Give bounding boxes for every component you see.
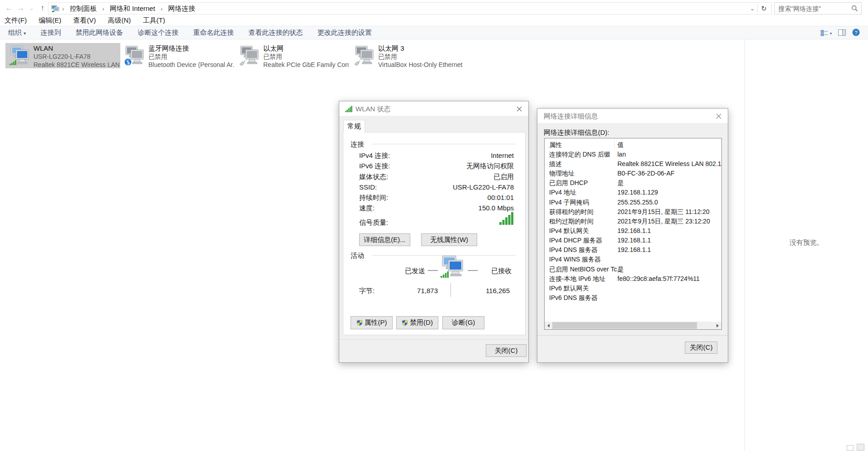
ethernet-adapter-icon [239, 46, 260, 66]
help-icon[interactable]: ? [852, 28, 860, 38]
menu-advanced[interactable]: 高级(N) [104, 15, 137, 26]
connection-item-bluetooth[interactable]: 蓝牙网络连接 已禁用 Bluetooth Device (Personal Ar… [120, 43, 235, 68]
breadcrumb-separator[interactable]: › [101, 4, 105, 15]
connection-name: WLAN [33, 44, 119, 52]
organize-caret-icon: ▾ [24, 31, 26, 36]
forward-icon[interactable]: → [15, 3, 26, 14]
details-dialog-titlebar[interactable]: 网络连接详细信息 [537, 109, 728, 123]
horizontal-scrollbar[interactable] [545, 322, 721, 329]
menu-file[interactable]: 文件(F) [0, 15, 32, 26]
scrollbar-thumb[interactable] [552, 322, 697, 329]
bytes-label: 字节: [359, 287, 375, 295]
footer-divider [537, 335, 728, 336]
back-icon[interactable]: ← [4, 3, 14, 14]
navigation-bar: ← → ⌄ ↑ › 控制面板 › 网络和 Internet › 网络连接 ⌄ ↻… [0, 0, 868, 17]
details-view-icon[interactable] [847, 445, 854, 451]
wlan-status-row: IPv6 连接:无网络访问权限 [359, 162, 514, 171]
connection-status: 已禁用 [378, 52, 464, 61]
details-button[interactable]: 详细信息(E)... [359, 233, 410, 246]
views-icon[interactable]: ▾ [821, 30, 832, 37]
footer-divider [339, 339, 528, 340]
connection-item-ethernet[interactable]: 以太网 已禁用 Realtek PCIe GbE Family Contr... [235, 43, 350, 68]
search-icon[interactable] [851, 5, 858, 14]
wlan-status-row: 信号质量: [359, 218, 514, 228]
cmd-connect-to[interactable]: 连接到 [34, 26, 67, 37]
wlan-dialog-title: WLAN 状态 [356, 105, 391, 114]
wlan-status-row: 持续时间:00:01:01 [359, 194, 514, 203]
column-divider [614, 140, 615, 148]
svg-text:?: ? [854, 30, 857, 35]
details-row: IPv4 地址192.168.1.129 [545, 189, 721, 198]
details-row: IPv4 子网掩码255.255.255.0 [545, 199, 721, 208]
connection-name: 以太网 3 [378, 44, 464, 52]
uac-shield-icon [356, 319, 363, 326]
connection-device: VirtualBox Host-Only Ethernet ... [378, 61, 464, 69]
disable-button[interactable]: 禁用(D) [396, 316, 438, 329]
details-row: 连接-本地 IPv6 地址fe80::29c8:aefa:57f:7724%11 [545, 275, 721, 284]
bytes-received-value: 116,265 [465, 287, 510, 294]
details-row: 物理地址B0-FC-36-2D-06-AF [545, 170, 721, 179]
connection-device: Realtek 8821CE Wireless LAN ... [33, 61, 119, 69]
address-bar[interactable]: › 控制面板 › 网络和 Internet › 网络连接 ⌄ ↻ [48, 2, 772, 14]
close-icon[interactable] [714, 112, 723, 121]
cmd-rename-connection[interactable]: 重命名此连接 [187, 26, 240, 37]
details-row: IPv6 默认网关 [545, 285, 721, 294]
breadcrumb-control-panel[interactable]: 控制面板 [67, 3, 100, 14]
connection-device: Realtek PCIe GbE Family Contr... [263, 61, 349, 69]
details-close-button[interactable]: 关闭(C) [685, 342, 717, 354]
activity-connector [468, 270, 478, 271]
breadcrumb-network-connections[interactable]: 网络连接 [166, 3, 198, 14]
close-icon[interactable] [515, 104, 524, 114]
wlan-close-button[interactable]: 关闭(C) [486, 344, 526, 357]
details-row: 已启用 DHCP是 [545, 179, 721, 188]
up-icon[interactable]: ↑ [37, 3, 48, 14]
details-list[interactable]: 属性 值 连接特定的 DNS 后缀lan 描述Realtek 8821CE Wi… [544, 138, 722, 330]
no-preview-text: 没有预览。 [745, 238, 868, 247]
cmd-diagnose-connection[interactable]: 诊断这个连接 [132, 26, 185, 37]
menu-edit[interactable]: 编辑(E) [34, 15, 67, 26]
menu-tools[interactable]: 工具(T) [138, 15, 171, 26]
wifi-adapter-icon [9, 46, 30, 66]
large-icons-view-icon[interactable] [857, 444, 864, 451]
uac-shield-icon [402, 319, 408, 326]
details-row: IPv4 DNS 服务器192.168.1.1 [545, 246, 721, 255]
wlan-dialog-titlebar[interactable]: WLAN 状态 [339, 101, 528, 116]
preview-pane-icon[interactable] [838, 29, 846, 38]
tab-general[interactable]: 常规 [343, 120, 365, 133]
connection-item-wlan[interactable]: WLAN USR-LG220-L-FA78 Realtek 8821CE Wir… [5, 43, 120, 68]
properties-button[interactable]: 属性(P) [351, 316, 393, 329]
scroll-right-icon[interactable] [714, 322, 721, 329]
computer-activity-icon [440, 255, 465, 280]
breadcrumb-separator[interactable]: › [160, 4, 163, 15]
sent-label: 已发送 [394, 267, 425, 275]
cmd-view-status[interactable]: 查看此连接的状态 [242, 26, 309, 37]
breadcrumb-network-internet[interactable]: 网络和 Internet [107, 3, 158, 14]
wlan-status-dialog: WLAN 状态 常规 连接 IPv4 连接:Internet IPv6 连接:无… [339, 101, 529, 363]
connection-group-label: 连接 [349, 140, 366, 149]
details-row: 描述Realtek 8821CE Wireless LAN 802.11ac [545, 160, 721, 169]
wlan-status-row: 速度:150.0 Mbps [359, 204, 514, 213]
details-dialog-title: 网络连接详细信息 [544, 112, 598, 121]
command-bar: 组织 ▾ 连接到 禁用此网络设备 诊断这个连接 重命名此连接 查看此连接的状态 … [0, 26, 868, 39]
network-details-dialog: 网络连接详细信息 网络连接详细信息(D): 属性 值 连接特定的 DNS 后缀l… [537, 108, 728, 363]
address-dropdown-icon[interactable]: ⌄ [747, 5, 757, 12]
connection-item-ethernet3[interactable]: 以太网 3 已禁用 VirtualBox Host-Only Ethernet … [350, 43, 465, 68]
details-row: IPv4 WINS 服务器 [545, 256, 721, 265]
menu-view[interactable]: 查看(V) [69, 15, 101, 26]
details-row: IPv6 DNS 服务器 [545, 294, 721, 303]
bytes-divider [451, 283, 451, 297]
refresh-icon[interactable]: ↻ [758, 5, 770, 13]
menu-bar: 文件(F) 编辑(E) 查看(V) 高级(N) 工具(T) [0, 15, 868, 26]
cmd-change-settings[interactable]: 更改此连接的设置 [311, 26, 378, 37]
recent-pages-dropdown-icon[interactable]: ⌄ [26, 3, 37, 14]
cmd-disable-device[interactable]: 禁用此网络设备 [69, 26, 129, 37]
search-input[interactable]: 搜索"网络连接" [774, 2, 862, 14]
details-row: 已启用 NetBIOS over Tc...是 [545, 266, 721, 275]
connection-device: Bluetooth Device (Personal Ar... [148, 61, 234, 69]
wireless-properties-button[interactable]: 无线属性(W) [421, 233, 477, 246]
breadcrumb-separator: › [61, 4, 65, 15]
scroll-left-icon[interactable] [545, 322, 552, 329]
organize-button[interactable]: 组织 ▾ [0, 26, 32, 37]
preview-pane: 没有预览。 [745, 39, 868, 446]
diagnose-button[interactable]: 诊断(G) [442, 316, 484, 329]
